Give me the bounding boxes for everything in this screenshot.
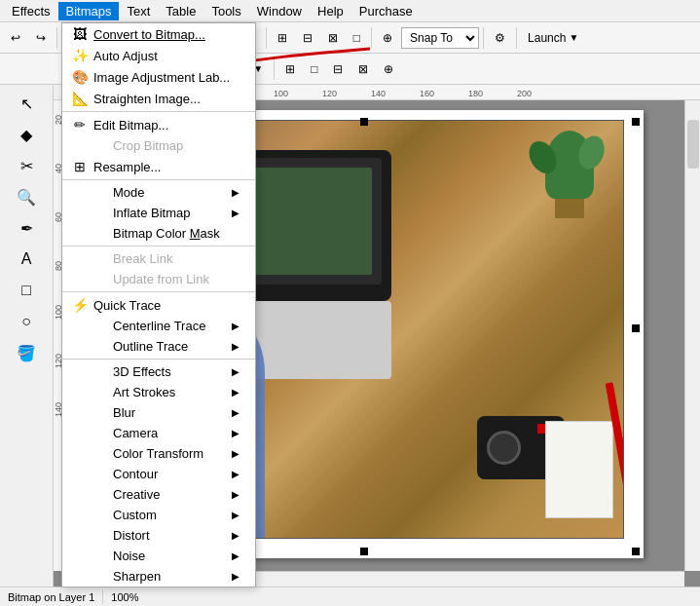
page-button[interactable]: □ — [347, 25, 367, 51]
bitmap-tool3[interactable]: ⊟ — [326, 57, 350, 82]
launch-arrow-icon: ▼ — [569, 32, 578, 43]
blur-arrow-icon: ▶ — [232, 407, 239, 418]
view-button[interactable]: ⊠ — [321, 25, 345, 51]
menu-resample[interactable]: ⊞ Resample... — [62, 156, 255, 177]
menu-auto-adjust-label: Auto Adjust — [93, 49, 239, 63]
menu-break-link: Break Link — [62, 248, 255, 269]
menubar-bitmaps[interactable]: Bitmaps — [58, 2, 120, 20]
ellipse-tool[interactable]: ○ — [12, 307, 41, 336]
redo-button[interactable]: ↪ — [29, 25, 53, 51]
notepad — [545, 421, 613, 518]
menu-contour-label: Contour — [113, 467, 232, 481]
menu-sharpen[interactable]: Sharpen ▶ — [62, 566, 255, 587]
svg-text:100: 100 — [274, 89, 288, 98]
menu-centerline-trace[interactable]: Centerline Trace ▶ — [62, 316, 255, 336]
bitmap-tool2[interactable]: □ — [304, 57, 324, 82]
select-tool[interactable]: ↖ — [12, 89, 41, 118]
menu-3d-effects[interactable]: 3D Effects ▶ — [62, 361, 255, 382]
menu-image-adjust-lab[interactable]: 🎨 Image Adjustment Lab... — [62, 66, 255, 88]
menubar-text[interactable]: Text — [119, 2, 158, 20]
status-zoom: 100% — [111, 591, 138, 603]
menu-centerline-label: Centerline Trace — [113, 319, 232, 333]
menubar-purchase[interactable]: Purchase — [351, 2, 421, 20]
edit-bmp-icon: ✏ — [70, 117, 90, 133]
bitmap-tool4[interactable]: ⊠ — [351, 57, 375, 82]
image-adjust-icon: 🎨 — [70, 69, 90, 85]
menu-crop-bitmap-label: Crop Bitmap — [113, 138, 239, 153]
menubar-effects[interactable]: Effects — [4, 2, 58, 20]
menubar: Effects Bitmaps Text Table Tools Window … — [0, 0, 700, 22]
sep-1 — [62, 111, 255, 112]
snap-button[interactable]: ⊟ — [296, 25, 319, 51]
bitmap-tool5[interactable]: ⊕ — [377, 57, 400, 82]
fill-tool[interactable]: 🪣 — [12, 338, 41, 367]
sep-2 — [62, 179, 255, 180]
camera-lens — [487, 431, 521, 465]
bitmap-tool1[interactable]: ⊞ — [278, 57, 302, 82]
menu-custom[interactable]: Custom ▶ — [62, 505, 255, 525]
sep-3 — [62, 246, 255, 246]
menu-convert-bitmap[interactable]: 🖼 Convert to Bitmap... — [62, 23, 255, 45]
menubar-help[interactable]: Help — [310, 2, 351, 20]
node-tool[interactable]: ◆ — [12, 120, 41, 149]
menu-image-adjust-label: Image Adjustment Lab... — [93, 70, 239, 85]
menu-auto-adjust[interactable]: ✨ Auto Adjust — [62, 45, 255, 66]
snap-toggle[interactable]: ⊕ — [376, 25, 399, 51]
launch-button[interactable]: Launch ▼ — [521, 25, 585, 51]
settings-button[interactable]: ⚙ — [488, 25, 512, 51]
menu-straighten-image[interactable]: 📐 Straighten Image... — [62, 88, 255, 109]
redo-icon: ↪ — [36, 31, 46, 45]
pen-tool[interactable]: ✒ — [12, 213, 41, 243]
distort-arrow-icon: ▶ — [232, 530, 239, 541]
creative-arrow-icon: ▶ — [232, 489, 239, 500]
plant-pot — [555, 199, 584, 218]
menu-resample-label: Resample... — [93, 160, 239, 174]
quick-trace-icon: ⚡ — [70, 297, 90, 313]
menu-distort[interactable]: Distort ▶ — [62, 525, 255, 546]
menubar-table[interactable]: Table — [158, 2, 203, 20]
zoom-tool[interactable]: 🔍 — [12, 182, 41, 211]
menu-bitmap-color-mask[interactable]: Bitmap Color Mask — [62, 223, 255, 244]
handle-br — [632, 548, 640, 555]
menu-mode[interactable]: Mode ▶ — [62, 182, 255, 203]
sep1 — [56, 27, 57, 49]
custom-arrow-icon: ▶ — [232, 510, 239, 520]
undo-icon: ↩ — [11, 31, 20, 45]
menu-3d-label: 3D Effects — [113, 364, 232, 379]
centerline-arrow-icon: ▶ — [232, 321, 239, 331]
menu-edit-bitmap[interactable]: ✏ Edit Bitmap... — [62, 114, 255, 135]
menubar-window[interactable]: Window — [249, 2, 310, 20]
undo-button[interactable]: ↩ — [4, 25, 27, 51]
svg-text:120: 120 — [322, 89, 337, 98]
menu-inflate-label: Inflate Bitmap — [113, 206, 232, 220]
menu-camera-label: Camera — [113, 426, 232, 440]
grid-button[interactable]: ⊞ — [271, 25, 294, 51]
menu-blur[interactable]: Blur ▶ — [62, 402, 255, 423]
crop-tool[interactable]: ✂ — [12, 151, 41, 180]
menu-update-from-link: Update from Link — [62, 269, 255, 289]
menu-art-strokes[interactable]: Art Strokes ▶ — [62, 382, 255, 402]
snap-to-select[interactable]: Snap To — [401, 27, 479, 49]
rect-tool[interactable]: □ — [12, 276, 41, 305]
noise-arrow-icon: ▶ — [232, 550, 239, 561]
camera-arrow-icon: ▶ — [232, 428, 239, 438]
menu-camera[interactable]: Camera ▶ — [62, 423, 255, 443]
menu-quick-trace[interactable]: ⚡ Quick Trace — [62, 294, 255, 316]
menu-noise[interactable]: Noise ▶ — [62, 546, 255, 566]
menu-contour[interactable]: Contour ▶ — [62, 464, 255, 484]
menu-color-transform[interactable]: Color Transform ▶ — [62, 443, 255, 464]
menu-outline-label: Outline Trace — [113, 339, 232, 354]
menu-update-from-link-label: Update from Link — [113, 272, 239, 286]
sep4 — [371, 27, 372, 49]
sharpen-arrow-icon: ▶ — [232, 571, 239, 582]
menu-outline-trace[interactable]: Outline Trace ▶ — [62, 336, 255, 357]
menu-creative[interactable]: Creative ▶ — [62, 484, 255, 505]
menu-inflate-bitmap[interactable]: Inflate Bitmap ▶ — [62, 203, 255, 223]
scroll-thumb-v[interactable] — [687, 120, 699, 169]
scrollbar-vertical[interactable] — [684, 100, 700, 571]
text-tool[interactable]: A — [12, 245, 41, 274]
menubar-tools[interactable]: Tools — [203, 2, 248, 20]
menu-bitmap-color-mask-label: Bitmap Color Mask — [113, 226, 239, 241]
sep7 — [274, 58, 275, 80]
menu-custom-label: Custom — [113, 508, 232, 522]
